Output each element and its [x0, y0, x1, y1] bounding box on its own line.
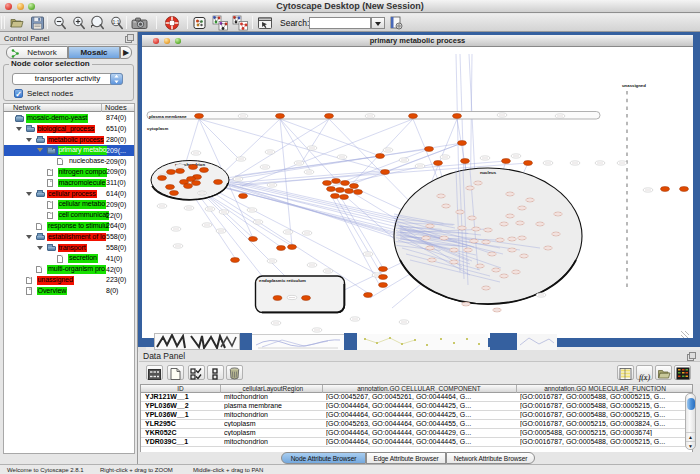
svg-text:endoplasmic reticulum: endoplasmic reticulum [259, 278, 306, 283]
svg-text:plasma membrane: plasma membrane [149, 114, 187, 119]
svg-text:nucleus: nucleus [480, 170, 497, 175]
svg-text:cytoplasm: cytoplasm [147, 126, 168, 131]
svg-text:1:1: 1:1 [113, 19, 120, 25]
svg-text:unassigned: unassigned [622, 83, 646, 88]
